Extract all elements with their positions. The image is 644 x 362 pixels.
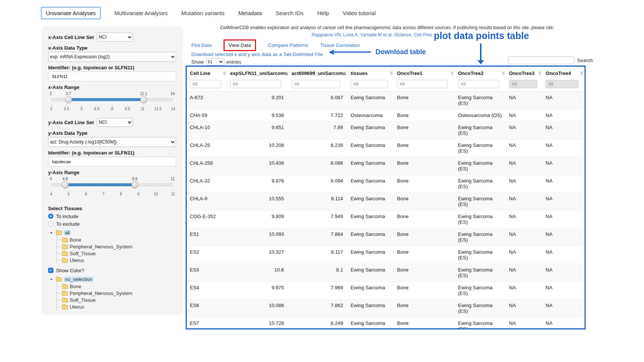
column-filter-input[interactable] (546, 80, 578, 88)
tree-node-peripheral-nervous-system[interactable]: Peripheral_Nervous_System (57, 290, 176, 296)
table-row: ES210.3278.117Ewing SarcomaBoneEwing Sar… (187, 246, 585, 264)
table-cell: 8.087 (289, 92, 348, 109)
select-tissues-label: Select Tissues (48, 206, 176, 211)
y-data-type-select[interactable]: act: Drug Activity (-log10[IC50M]) (48, 137, 176, 147)
column-header-cell-line[interactable]: Cell Line⇅ (187, 67, 227, 79)
y-range-high-handle[interactable] (131, 181, 138, 188)
y-identifier-input[interactable] (48, 157, 176, 167)
column-filter-input[interactable] (230, 80, 281, 88)
table-cell: NA (542, 122, 585, 139)
sort-icon[interactable]: ⇅ (222, 71, 226, 76)
sort-icon[interactable]: ⇅ (284, 71, 287, 76)
tree-node-peripheral-nervous-system[interactable]: Peripheral_Nervous_System (57, 243, 176, 250)
radio-to-exclude[interactable]: To exclude (48, 220, 176, 228)
table-cell: NA (506, 211, 543, 228)
table-row: CHLA-2510.2088.239Ewing SarcomaBoneEwing… (187, 139, 585, 157)
y-cell-line-set-label: y-Axis Cell Line Set (48, 120, 94, 125)
column-header-tissues[interactable]: tissues⇅ (347, 67, 394, 79)
y-range-slider[interactable]: 4 4.8 8.8 11 4567891011 (48, 177, 176, 198)
column-header-oncotree1[interactable]: OncoTree1⇅ (394, 67, 455, 79)
tree-node-uterus[interactable]: Uterus (57, 257, 176, 264)
x-range-slider[interactable]: 2 3.7 11.1 14 23.556.589.51112.514 (48, 92, 176, 113)
column-header-expslfn11-unisarcoma[interactable]: expSLFN11_uniSarcoma⇅ (227, 67, 289, 79)
sort-icon[interactable]: ⇅ (538, 71, 541, 76)
tree-node-bone[interactable]: Bone (57, 236, 176, 243)
column-filter-input[interactable] (190, 80, 221, 88)
tree-node-bone[interactable]: Bone (57, 283, 176, 290)
table-cell: NA (542, 193, 585, 211)
tab-compare-patterns[interactable]: Compare Patterns (268, 42, 308, 48)
filter-cell (542, 79, 585, 92)
table-cell: ES1 (187, 228, 227, 246)
checkbox-checked-icon[interactable] (48, 268, 53, 273)
tab-video-tutorial[interactable]: Video tutorial (342, 8, 375, 19)
table-cell: NA (542, 228, 585, 246)
x-cell-line-set-select[interactable]: NCI (97, 33, 133, 42)
tab-multivariate-analyses[interactable]: Multivariate Analyses (114, 8, 168, 19)
tab-help[interactable]: Help (317, 8, 329, 19)
y-cell-line-set-select[interactable]: NCI (97, 118, 133, 127)
sort-icon[interactable]: ⇅ (343, 71, 346, 76)
tab-metadata[interactable]: Metadata (238, 8, 262, 19)
y-range-max: 11 (171, 177, 175, 181)
tree-node-label: Uterus (70, 304, 84, 310)
tab-mutation-variants[interactable]: Mutation variants (181, 8, 225, 19)
sort-icon[interactable]: ⇅ (389, 71, 393, 76)
column-filter-input[interactable] (458, 80, 499, 88)
column-header-oncotree3[interactable]: OncoTree3⇅ (506, 67, 543, 79)
tab-plot-data[interactable]: Plot Data (191, 42, 211, 48)
x-range-low-handle[interactable] (65, 96, 72, 103)
sort-icon[interactable]: ⇅ (580, 71, 583, 76)
entries-count-select[interactable]: 61 (206, 58, 224, 66)
table-cell: 10.555 (227, 193, 289, 211)
column-filter-input[interactable] (397, 80, 447, 88)
y-range-low-handle[interactable] (62, 181, 69, 188)
column-filter-input[interactable] (292, 80, 341, 88)
column-header-oncotree4[interactable]: OncoTree4⇅ (542, 67, 585, 79)
tree-node-all[interactable]: all (64, 230, 71, 236)
x-range-high-handle[interactable] (140, 96, 147, 103)
table-row: ES310.68.1Ewing SarcomaBoneEwing Sarcoma… (187, 264, 585, 282)
filter-cell (394, 79, 455, 92)
table-cell: NA (542, 157, 585, 175)
tab-search-ids[interactable]: Search IDs (275, 8, 303, 19)
table-cell: NA (506, 122, 543, 139)
table-cell: 10.086 (227, 300, 289, 317)
tab-tissue-correlation[interactable]: Tissue Correlation (320, 42, 360, 48)
table-cell: 7.722 (289, 109, 348, 122)
radio-icon[interactable] (48, 221, 53, 226)
annotation-down-arrow-icon (477, 44, 484, 64)
tree-node-uterus[interactable]: Uterus (57, 303, 176, 310)
tree-toggle-icon[interactable]: ▾ (50, 231, 54, 235)
table-cell: NA (542, 211, 585, 228)
tree-node-label: Bone (70, 237, 81, 243)
search-input[interactable] (508, 56, 574, 64)
folder-icon (56, 278, 62, 282)
radio-icon[interactable] (48, 214, 53, 219)
x-identifier-input[interactable] (48, 72, 176, 81)
tab-view-data[interactable]: View Data (224, 39, 256, 51)
column-header-act609699-unisarcoma[interactable]: act609699_uniSarcoma⇅ (289, 67, 348, 79)
column-header-oncotree2[interactable]: OncoTree2⇅ (455, 67, 506, 79)
filter-cell (289, 79, 348, 92)
table-row: CHLA-910.5558.114Ewing SarcomaBoneEwing … (187, 193, 585, 211)
show-color-checkbox-row[interactable]: Show Color? (48, 267, 176, 274)
tree-toggle-icon[interactable]: ▾ (50, 277, 54, 281)
table-cell: NA (506, 175, 543, 193)
tree-node-label: Uterus (70, 257, 84, 263)
radio-to-include[interactable]: To include (48, 212, 176, 220)
table-cell: 8.114 (289, 193, 348, 211)
sort-icon[interactable]: ⇅ (502, 71, 505, 76)
download-tab-delimited-link[interactable]: Download selected x and y axis data as a… (191, 51, 323, 57)
tree-node-soft-tissue[interactable]: Soft_Tissue (57, 296, 176, 303)
tab-univariate-analyses[interactable]: Univariate Analyses (41, 7, 101, 19)
table-cell: Ewing Sarcoma (347, 264, 394, 282)
tree-node-no-selection[interactable]: no_selection (64, 276, 94, 282)
column-filter-input[interactable] (350, 80, 388, 88)
slider-tick-label: 8 (120, 192, 122, 196)
sort-icon[interactable]: ⇅ (450, 71, 454, 76)
tree-node-soft-tissue[interactable]: Soft_Tissue (57, 250, 176, 257)
x-data-type-select[interactable]: exp: mRNA Expression (log2) (48, 52, 176, 62)
column-filter-input[interactable] (509, 80, 537, 88)
slider-tick-label: 3.5 (64, 107, 69, 111)
